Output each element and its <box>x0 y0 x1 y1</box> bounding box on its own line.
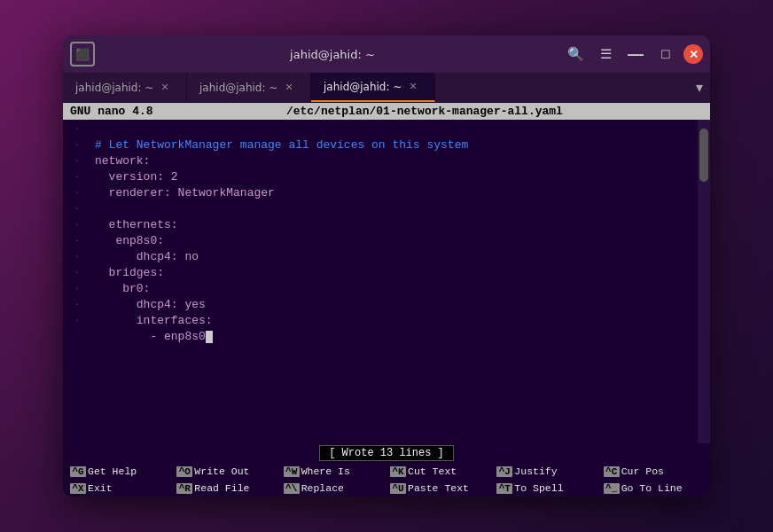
tab-2[interactable]: jahid@jahid: ~ ✕ <box>187 73 311 102</box>
line-2: network: <box>95 154 150 168</box>
key-ctrl-t: ^T <box>496 483 512 494</box>
key-ctrl-c: ^C <box>604 466 620 477</box>
label-write-out: Write Out <box>194 466 249 477</box>
line-13: - enp8s0 <box>95 330 213 343</box>
label-where-is: Where Is <box>301 466 350 477</box>
key-ctrl-x: ^X <box>70 483 86 494</box>
tab-3[interactable]: jahid@jahid: ~ ✕ <box>311 73 435 102</box>
title-bar: ⬛ jahid@jahid: ~ 🔍 ☰ — ☐ ✕ <box>63 35 710 73</box>
key-ctrl-g: ^G <box>70 466 86 477</box>
label-go-to-line: Go To Line <box>621 482 683 494</box>
code-content[interactable]: # Let NetworkManager manage all devices … <box>91 120 698 443</box>
key-ctrl-r: ^R <box>176 483 192 494</box>
line-12: interfaces: <box>95 314 213 327</box>
close-button[interactable]: ✕ <box>683 44 703 64</box>
shortcut-justify: ^J Justify <box>493 465 599 478</box>
label-exit: Exit <box>88 482 113 494</box>
shortcut-go-to-line: ^_ Go To Line <box>600 481 707 495</box>
status-bar: [ Wrote 13 lines ] <box>63 443 710 463</box>
key-ctrl-u: ^U <box>390 483 406 494</box>
line-10: br0: <box>95 282 150 295</box>
nano-header: GNU nano 4.8 /etc/netplan/01-network-man… <box>63 103 710 120</box>
shortcut-cur-pos: ^C Cur Pos <box>600 465 707 478</box>
key-ctrl-j: ^J <box>496 466 512 477</box>
label-cur-pos: Cur Pos <box>621 466 664 477</box>
line-6: ethernets: <box>95 218 178 231</box>
shortcut-get-help: ^G Get Help <box>66 465 173 478</box>
shortcut-read-file: ^R Read File <box>173 481 279 495</box>
menu-button[interactable]: ☰ <box>593 42 618 66</box>
window-controls: 🔍 ☰ — ☐ ✕ <box>563 42 703 66</box>
terminal-icon: ⬛ <box>70 42 95 66</box>
tab-2-label: jahid@jahid: ~ <box>199 82 277 94</box>
shortcut-replace: ^\ Replace <box>280 481 386 495</box>
shortcut-cut-text: ^K Cut Text <box>386 465 493 478</box>
tab-3-label: jahid@jahid: ~ <box>324 81 402 93</box>
shortcut-write-out: ^O Write Out <box>173 465 279 478</box>
tabs-bar: jahid@jahid: ~ ✕ jahid@jahid: ~ ✕ jahid@… <box>63 73 710 103</box>
line-1: # Let NetworkManager manage all devices … <box>95 138 468 152</box>
shortcuts-row-1: ^G Get Help ^O Write Out ^W Where Is ^K … <box>63 463 710 480</box>
tab-2-close[interactable]: ✕ <box>285 82 293 93</box>
window-title: jahid@jahid: ~ <box>102 48 563 61</box>
shortcuts-row-2: ^X Exit ^R Read File ^\ Replace ^U Paste… <box>63 480 710 497</box>
search-button[interactable]: 🔍 <box>563 42 588 66</box>
terminal-window: ⬛ jahid@jahid: ~ 🔍 ☰ — ☐ ✕ jahid@jahid: … <box>63 35 710 497</box>
line-9: bridges: <box>95 266 164 279</box>
shortcut-paste-text: ^U Paste Text <box>386 481 493 495</box>
nano-filepath: /etc/netplan/01-network-manager-all.yaml <box>286 105 563 118</box>
key-ctrl-underscore: ^_ <box>604 483 620 494</box>
label-replace: Replace <box>301 482 344 494</box>
shortcut-to-spell: ^T To Spell <box>493 481 599 495</box>
status-message: [ Wrote 13 lines ] <box>319 445 454 461</box>
minimize-button[interactable]: — <box>623 42 648 66</box>
maximize-button[interactable]: ☐ <box>653 42 678 66</box>
line-4: renderer: NetworkManager <box>95 186 275 200</box>
tab-1-close[interactable]: ✕ <box>160 82 168 93</box>
tab-1-label: jahid@jahid: ~ <box>75 82 153 94</box>
line-gutter: · · · · · · · · · · · · · <box>63 120 91 443</box>
key-ctrl-backslash: ^\ <box>284 483 300 494</box>
scrollbar[interactable] <box>698 120 710 443</box>
key-ctrl-w: ^W <box>284 466 300 477</box>
label-justify: Justify <box>514 466 557 477</box>
line-7: enp8s0: <box>95 234 164 247</box>
key-ctrl-k: ^K <box>390 466 406 477</box>
label-paste-text: Paste Text <box>408 482 469 494</box>
editor-area: GNU nano 4.8 /etc/netplan/01-network-man… <box>63 103 710 497</box>
line-11: dhcp4: yes <box>95 298 206 311</box>
label-to-spell: To Spell <box>514 482 563 494</box>
label-read-file: Read File <box>194 482 249 494</box>
shortcut-where-is: ^W Where Is <box>280 465 386 478</box>
label-get-help: Get Help <box>88 466 137 477</box>
tab-1[interactable]: jahid@jahid: ~ ✕ <box>63 73 187 102</box>
tabs-arrow[interactable]: ▾ <box>689 79 710 96</box>
line-3: version: 2 <box>95 170 178 184</box>
shortcut-exit: ^X Exit <box>66 481 173 495</box>
editor-content: · · · · · · · · · · · · · # Let NetworkM… <box>63 120 710 443</box>
nano-version: GNU nano 4.8 <box>70 105 153 118</box>
line-8: dhcp4: no <box>95 250 199 263</box>
label-cut-text: Cut Text <box>408 466 457 477</box>
key-ctrl-o: ^O <box>176 466 192 477</box>
tab-3-close[interactable]: ✕ <box>409 81 417 92</box>
scrollbar-thumb[interactable] <box>699 129 708 182</box>
